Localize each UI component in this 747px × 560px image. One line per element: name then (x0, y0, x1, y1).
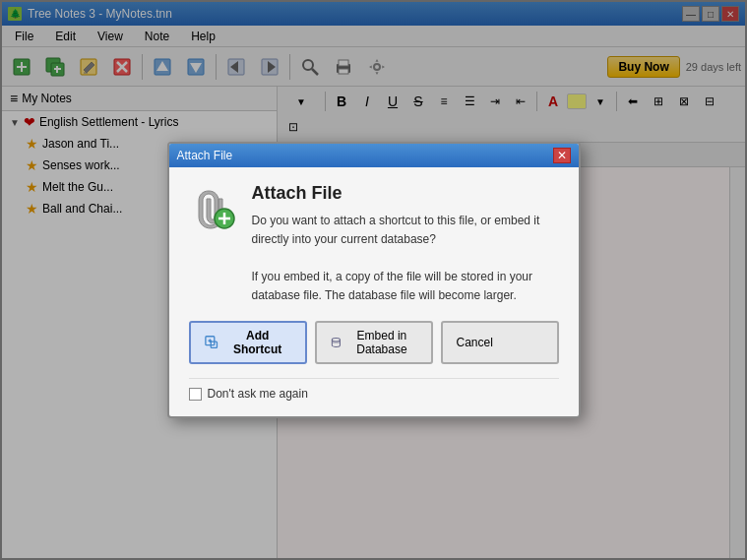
modal-overlay: Attach File ✕ (2, 2, 745, 558)
modal-desc: Do you want to attach a shortcut to this… (252, 212, 540, 306)
embed-database-button[interactable]: Embed in Database (315, 321, 433, 364)
embed-icon (331, 335, 342, 350)
svg-point-33 (332, 339, 340, 342)
main-window: 🌲 Tree Notes 3 - MyNotes.tnn — □ ✕ File … (0, 0, 747, 560)
modal-icon-wrap (189, 183, 236, 230)
cancel-button[interactable]: Cancel (441, 321, 559, 364)
dont-ask-label: Don't ask me again (208, 387, 308, 401)
modal-text-area: Attach File Do you want to attach a shor… (252, 183, 540, 306)
attach-file-icon (189, 183, 236, 230)
modal-close-button[interactable]: ✕ (553, 148, 571, 163)
modal-desc-line4: If you embed it, a copy of the file will… (252, 270, 532, 283)
modal-desc-line1: Do you want to attach a shortcut to this… (252, 214, 540, 227)
modal-header-row: Attach File Do you want to attach a shor… (189, 183, 559, 306)
modal-footer: Don't ask me again (189, 378, 559, 401)
add-shortcut-button[interactable]: Add Shortcut (189, 321, 307, 364)
add-shortcut-icon (205, 335, 218, 350)
modal-desc-line2: directly into your current database? (252, 232, 436, 246)
modal-desc-line5: database file. The database file will be… (252, 288, 517, 302)
modal-body: Attach File Do you want to attach a shor… (169, 167, 579, 417)
modal-buttons: Add Shortcut Embed in Database Cancel (189, 321, 559, 364)
dont-ask-checkbox[interactable] (189, 388, 202, 401)
modal-title-text: Attach File (177, 149, 233, 162)
modal-title-bar: Attach File ✕ (169, 144, 579, 167)
attach-file-dialog: Attach File ✕ (167, 142, 581, 419)
modal-heading: Attach File (252, 183, 540, 204)
